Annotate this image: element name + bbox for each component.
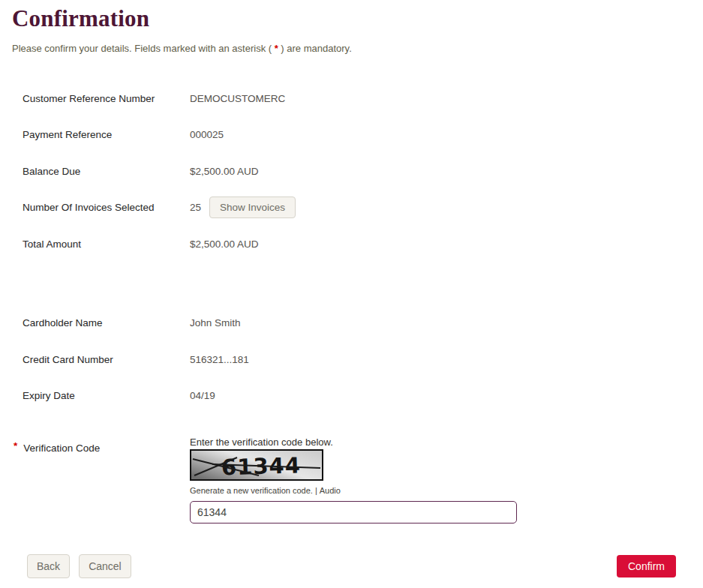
payment-details-section: Customer Reference Number DEMOCUSTOMERC … bbox=[12, 80, 691, 262]
verification-controls: Enter the verification code below. 61344… bbox=[190, 436, 517, 524]
verification-section: *Verification Code Enter the verificatio… bbox=[12, 436, 691, 524]
show-invoices-button[interactable]: Show Invoices bbox=[209, 196, 296, 218]
action-bar: Back Cancel Confirm bbox=[12, 554, 691, 578]
row-payment-reference: Payment Reference 000025 bbox=[23, 117, 691, 154]
confirmation-page: Confirmation Please confirm your details… bbox=[0, 0, 703, 524]
cancel-button[interactable]: Cancel bbox=[79, 554, 131, 578]
row-credit-card-number: Credit Card Number 516321...181 bbox=[23, 341, 691, 378]
expiry-date-label: Expiry Date bbox=[23, 390, 190, 401]
total-amount-value: $2,500.00 AUD bbox=[190, 238, 259, 250]
row-invoices-selected: Number Of Invoices Selected 25 Show Invo… bbox=[23, 190, 691, 226]
captcha-instruction: Enter the verification code below. bbox=[190, 436, 517, 448]
invoices-selected-label: Number Of Invoices Selected bbox=[23, 202, 190, 213]
expiry-date-value: 04/19 bbox=[190, 390, 215, 401]
total-amount-label: Total Amount bbox=[23, 238, 190, 250]
secondary-actions: Back Cancel bbox=[27, 554, 131, 578]
invoices-count: 25 bbox=[190, 202, 201, 213]
required-asterisk: * bbox=[14, 440, 17, 452]
links-separator: | bbox=[315, 486, 317, 495]
verification-code-input[interactable] bbox=[190, 501, 517, 524]
row-total-amount: Total Amount $2,500.00 AUD bbox=[23, 226, 691, 262]
verification-code-label: Verification Code bbox=[23, 442, 100, 454]
row-customer-reference: Customer Reference Number DEMOCUSTOMERC bbox=[23, 80, 691, 117]
balance-due-label: Balance Due bbox=[23, 166, 190, 177]
mandatory-fields-note: Please confirm your details. Fields mark… bbox=[12, 43, 691, 54]
credit-card-number-label: Credit Card Number bbox=[23, 354, 190, 365]
captcha-image: 61344 bbox=[190, 449, 323, 481]
subtitle-text-suffix: ) are mandatory. bbox=[278, 43, 352, 54]
card-details-section: Cardholder Name John Smith Credit Card N… bbox=[12, 305, 691, 415]
subtitle-text-prefix: Please confirm your details. Fields mark… bbox=[12, 43, 275, 54]
cardholder-name-value: John Smith bbox=[190, 317, 241, 328]
balance-due-value: $2,500.00 AUD bbox=[190, 166, 259, 177]
invoices-selected-value-cell: 25 Show Invoices bbox=[190, 196, 296, 218]
customer-reference-label: Customer Reference Number bbox=[23, 93, 190, 104]
back-button[interactable]: Back bbox=[27, 554, 70, 578]
cardholder-name-label: Cardholder Name bbox=[23, 317, 190, 328]
page-title: Confirmation bbox=[12, 4, 691, 33]
row-cardholder-name: Cardholder Name John Smith bbox=[23, 305, 691, 342]
verification-label-cell: *Verification Code bbox=[23, 436, 190, 454]
audio-link[interactable]: Audio bbox=[320, 486, 341, 495]
confirm-button[interactable]: Confirm bbox=[617, 555, 676, 578]
captcha-links: Generate a new verification code.|Audio bbox=[190, 486, 517, 495]
customer-reference-value: DEMOCUSTOMERC bbox=[190, 93, 285, 104]
row-expiry-date: Expiry Date 04/19 bbox=[23, 378, 691, 415]
row-balance-due: Balance Due $2,500.00 AUD bbox=[23, 153, 691, 190]
credit-card-number-value: 516321...181 bbox=[190, 354, 249, 365]
payment-reference-label: Payment Reference bbox=[23, 129, 190, 140]
payment-reference-value: 000025 bbox=[190, 129, 224, 140]
generate-new-code-link[interactable]: Generate a new verification code. bbox=[190, 486, 313, 495]
